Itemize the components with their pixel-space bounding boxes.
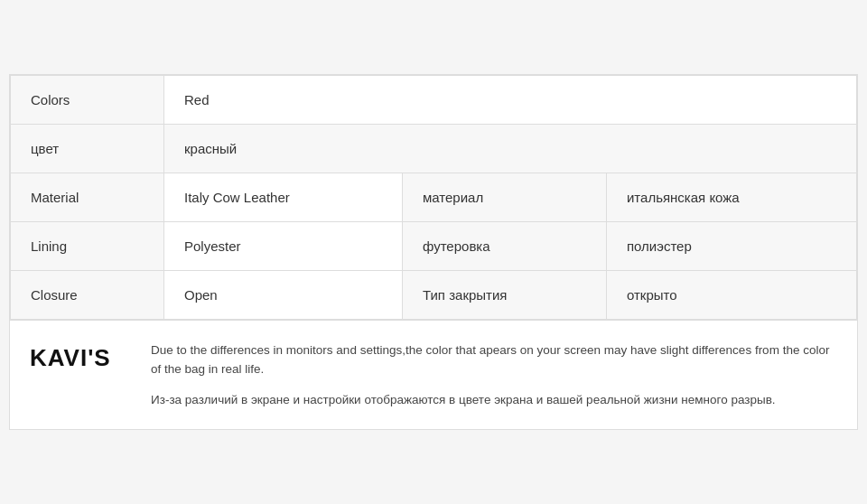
row-label: Colors: [11, 75, 164, 124]
row-value: материал: [402, 173, 606, 221]
row-label: цвет: [11, 124, 164, 173]
table-row: MaterialItaly Cow Leatherматериалитальян…: [11, 173, 857, 221]
row-value: открыто: [606, 270, 856, 319]
row-label: Lining: [11, 221, 164, 270]
main-container: ColorsRedцветкрасныйMaterialItaly Cow Le…: [9, 74, 858, 431]
footer-text-en: Due to the differences in monitors and s…: [151, 341, 837, 379]
row-value: Polyester: [164, 221, 403, 270]
footer-text-ru: Из-за различий в экране и настройки отоб…: [151, 390, 837, 410]
row-value: Italy Cow Leather: [164, 173, 403, 221]
table-row: ColorsRed: [11, 75, 857, 124]
row-value: итальянская кожа: [606, 173, 856, 221]
row-label: Closure: [11, 270, 164, 319]
table-row: LiningPolyesterфутеровкаполиэстер: [11, 221, 857, 270]
brand-logo: KAVI'S: [30, 341, 129, 372]
table-row: цветкрасный: [11, 124, 857, 173]
row-value: футеровка: [402, 221, 606, 270]
product-table: ColorsRedцветкрасныйMaterialItaly Cow Le…: [10, 75, 857, 320]
row-value: Red: [164, 75, 857, 124]
footer-section: KAVI'S Due to the differences in monitor…: [10, 320, 857, 430]
row-value: Open: [164, 270, 403, 319]
row-value: полиэстер: [606, 221, 856, 270]
footer-disclaimer: Due to the differences in monitors and s…: [151, 341, 837, 410]
row-label: Material: [11, 173, 164, 221]
row-value: Тип закрытия: [402, 270, 606, 319]
table-row: ClosureOpenТип закрытияоткрыто: [11, 270, 857, 319]
row-value: красный: [164, 124, 857, 173]
